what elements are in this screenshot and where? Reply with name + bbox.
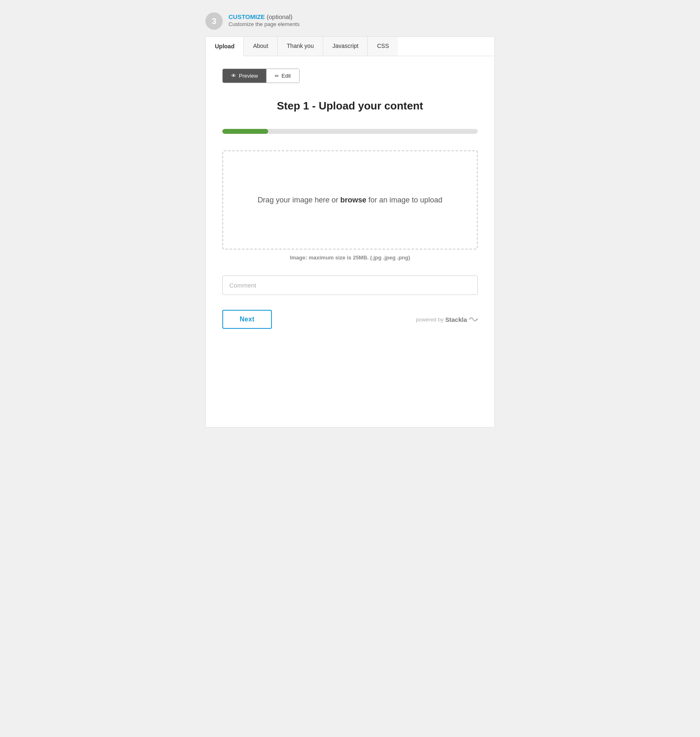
comment-input[interactable]: [222, 276, 478, 295]
step-title: CUSTOMIZE (optional): [229, 13, 300, 20]
step-title-group: CUSTOMIZE (optional) Customize the page …: [229, 12, 300, 27]
preview-label: Preview: [239, 73, 258, 79]
step-subtitle: Customize the page elements: [229, 21, 300, 27]
image-note-label: Image: [290, 254, 305, 261]
step-optional-label: (optional): [265, 13, 293, 20]
drop-zone-suffix: for an image to upload: [367, 196, 443, 204]
next-button[interactable]: Next: [222, 310, 272, 329]
drop-zone[interactable]: Drag your image here or browse for an im…: [222, 150, 478, 250]
drop-zone-browse: browse: [340, 196, 366, 204]
page-wrapper: 3 CUSTOMIZE (optional) Customize the pag…: [205, 8, 495, 428]
toggle-group: Preview Edit: [222, 69, 300, 83]
drop-zone-prefix: Drag your image here or: [257, 196, 340, 204]
edit-toggle-button[interactable]: Edit: [267, 69, 299, 83]
progress-bar-container: [222, 129, 478, 134]
tabs-container: Upload About Thank you Javascript CSS: [205, 36, 495, 56]
drop-zone-text: Drag your image here or browse for an im…: [257, 196, 442, 204]
tab-javascript[interactable]: Javascript: [323, 37, 368, 56]
bottom-row: Next powered by Stackla: [222, 310, 478, 329]
powered-by: powered by Stackla: [416, 316, 478, 323]
section-title: Step 1 - Upload your content: [222, 100, 478, 112]
svg-point-0: [476, 319, 478, 320]
powered-by-prefix: powered by: [416, 316, 443, 323]
tab-thank-you[interactable]: Thank you: [278, 37, 323, 56]
tab-upload[interactable]: Upload: [206, 37, 244, 56]
tab-about[interactable]: About: [244, 37, 278, 56]
eye-icon: [231, 73, 236, 79]
edit-label: Edit: [281, 73, 290, 79]
image-note-text: : maximum size is 25MB. (.jpg .jpeg .png…: [305, 254, 410, 261]
stackla-logo-icon: [469, 316, 478, 322]
pencil-icon: [275, 73, 279, 79]
preview-toggle-button[interactable]: Preview: [223, 69, 267, 83]
powered-by-brand: Stackla: [445, 316, 467, 323]
step-title-text: CUSTOMIZE: [229, 13, 265, 20]
step-header: 3 CUSTOMIZE (optional) Customize the pag…: [205, 12, 495, 30]
progress-bar-fill: [222, 129, 268, 134]
tab-content: Preview Edit Step 1 - Upload your conten…: [205, 56, 495, 428]
image-note: Image: maximum size is 25MB. (.jpg .jpeg…: [222, 254, 478, 261]
tab-css[interactable]: CSS: [368, 37, 398, 56]
step-number: 3: [205, 12, 223, 30]
